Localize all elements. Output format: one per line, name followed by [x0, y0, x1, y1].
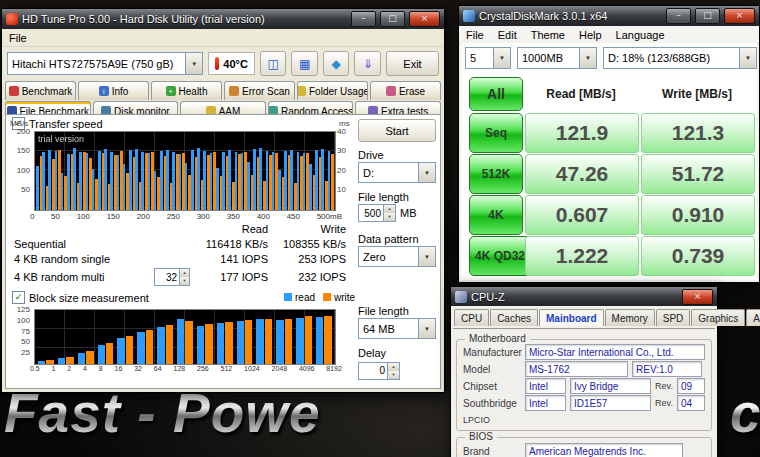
y-tick: 100: [10, 166, 30, 175]
tab-error-scan[interactable]: Error Scan: [224, 81, 295, 100]
cpuz-titlebar[interactable]: CPU-Z ×: [451, 287, 717, 306]
chevron-down-icon: ▼: [493, 48, 510, 68]
spinner-arrows[interactable]: ▲▼: [383, 205, 395, 221]
target-drive-select[interactable]: D: 18% (123/688GB) ▼: [603, 47, 757, 69]
delay-label: Delay: [358, 347, 386, 359]
southbridge-rev-label: Rev.: [655, 398, 673, 408]
save-button[interactable]: ▦: [291, 51, 318, 76]
512k-test-button[interactable]: 512K: [469, 154, 523, 194]
cpuz-app-icon: [455, 291, 467, 303]
write-legend-swatch: [323, 293, 331, 301]
tab-memory[interactable]: Memory: [605, 309, 655, 326]
chipset-rev-field: 09: [677, 378, 705, 394]
upload-icon: ⇓: [363, 57, 373, 71]
run-count-select[interactable]: 5 ▼: [465, 47, 511, 69]
tab-spd[interactable]: SPD: [656, 309, 691, 326]
hdtune-maximize-button[interactable]: □: [380, 11, 405, 27]
hdtune-app-icon: [6, 13, 18, 25]
seq-test-button[interactable]: Seq: [469, 113, 523, 153]
chevron-down-icon: ▼: [739, 48, 756, 68]
chipset-rev-label: Rev.: [655, 381, 673, 391]
cdm-close-button[interactable]: ×: [724, 8, 755, 24]
file-length-unit: MB: [400, 207, 417, 219]
4k-qd32-test-button[interactable]: 4K QD32: [469, 236, 531, 276]
menu-edit[interactable]: Edit: [491, 28, 524, 42]
chevron-down-icon: ▼: [418, 163, 435, 182]
hdtune-titlebar[interactable]: HD Tune Pro 5.00 - Hard Disk Utility (tr…: [2, 9, 444, 29]
southbridge-name-field: ID1E57: [570, 395, 651, 411]
tab-about[interactable]: About: [746, 309, 760, 326]
upload-button[interactable]: ⇓: [354, 51, 381, 76]
y-tick: 10: [337, 185, 357, 194]
menu-file[interactable]: File: [2, 31, 34, 45]
block-size-checkbox[interactable]: ✓ Block size measurement: [12, 291, 149, 304]
health-icon: +: [166, 86, 176, 96]
spinner-arrows[interactable]: ▲▼: [179, 269, 189, 285]
southbridge-vendor-field: Intel: [525, 395, 566, 411]
test-size-select[interactable]: 1000MB ▼: [517, 47, 597, 69]
cdm-body: 5 ▼ 1000MB ▼ D: 18% (123/688GB) ▼ All Re…: [461, 43, 757, 280]
queue-depth-spinner[interactable]: 32 ▲▼: [154, 268, 190, 286]
file-length-label: File length: [358, 191, 409, 203]
y-tick: 25: [10, 348, 30, 357]
block-size-bars: [35, 310, 335, 364]
all-test-button[interactable]: All: [469, 77, 523, 111]
start-button[interactable]: Start: [358, 119, 436, 142]
cpuz-close-button[interactable]: ×: [682, 289, 713, 305]
menu-theme[interactable]: Theme: [524, 28, 572, 42]
cdm-titlebar[interactable]: CrystalDiskMark 3.0.1 x64 – □ ×: [459, 6, 759, 26]
sequential-read: 116418 KB/s: [190, 238, 268, 250]
cdm-menubar: File Edit Theme Help Language: [459, 26, 759, 44]
tab-caches[interactable]: Caches: [490, 309, 538, 326]
row-label: 4 KB random multi: [14, 271, 154, 283]
cdm-controls: 5 ▼ 1000MB ▼ D: 18% (123/688GB) ▼: [465, 47, 757, 69]
temperature-value: 40°C: [223, 58, 248, 70]
tab-cpu[interactable]: CPU: [454, 309, 489, 326]
cdm-maximize-button[interactable]: □: [695, 8, 720, 24]
exit-button[interactable]: Exit: [386, 51, 439, 76]
file-length2-select[interactable]: 64 MB ▼: [358, 318, 436, 339]
tab-benchmark[interactable]: Benchmark: [5, 81, 76, 100]
menu-help[interactable]: Help: [572, 28, 609, 42]
random-single-read: 141 IOPS: [190, 253, 268, 265]
seq-write-value: 121.3: [641, 113, 755, 153]
legend-read-label: read: [295, 292, 315, 303]
read-column-header: Read [MB/s]: [525, 87, 637, 101]
manufacturer-field: Micro-Star International Co., Ltd.: [525, 344, 705, 360]
hdtune-minimize-button[interactable]: –: [351, 11, 376, 27]
4k-test-button[interactable]: 4K: [469, 195, 523, 235]
cdm-minimize-button[interactable]: –: [666, 8, 691, 24]
erase-icon: [386, 86, 396, 96]
data-pattern-select[interactable]: Zero ▼: [358, 246, 436, 267]
block-chart-x-axis: 0.512481632641282565121024204840968192: [30, 365, 342, 372]
cdm-results-grid: All Read [MB/s] Write [MB/s] Seq 121.9 1…: [463, 75, 755, 278]
screenshot-button[interactable]: ◆: [323, 51, 350, 76]
delay-control: 0 ▲▼: [358, 360, 400, 380]
chevron-down-icon: ▼: [418, 247, 435, 266]
cpuz-window-title: CPU-Z: [471, 291, 678, 303]
drive-select[interactable]: Hitachi HTS727575A9E (750 gB) ▼: [7, 52, 203, 75]
target-drive-select[interactable]: D: ▼: [358, 162, 436, 183]
tab-info[interactable]: iInfo: [78, 81, 149, 100]
4k-qd32-write-value: 0.739: [641, 236, 755, 276]
tab-graphics[interactable]: Graphics: [691, 309, 745, 326]
y-tick: 50: [10, 337, 30, 346]
results-header-read: Read: [190, 223, 268, 235]
hdtune-close-button[interactable]: ×: [409, 11, 440, 27]
tab-folder-usage[interactable]: Folder Usage: [297, 81, 368, 100]
benchmark-icon: [9, 86, 19, 96]
menu-file[interactable]: File: [459, 28, 491, 42]
wallpaper-caption-right: c: [730, 381, 760, 445]
copy-button[interactable]: ◫: [260, 51, 287, 76]
tab-erase[interactable]: Erase: [370, 81, 441, 100]
file-length-spinner[interactable]: 500 ▲▼: [358, 204, 396, 222]
tab-mainboard[interactable]: Mainboard: [539, 309, 604, 326]
y-tick: 75: [10, 327, 30, 336]
tab-health[interactable]: +Health: [151, 81, 222, 100]
menu-language[interactable]: Language: [609, 28, 672, 42]
delay-spinner[interactable]: 0 ▲▼: [358, 362, 400, 380]
screenshot-icon: ◆: [332, 57, 341, 71]
model-field: MS-1762: [525, 361, 628, 377]
512k-write-value: 51.72: [641, 154, 755, 194]
spinner-arrows[interactable]: ▲▼: [387, 363, 399, 379]
